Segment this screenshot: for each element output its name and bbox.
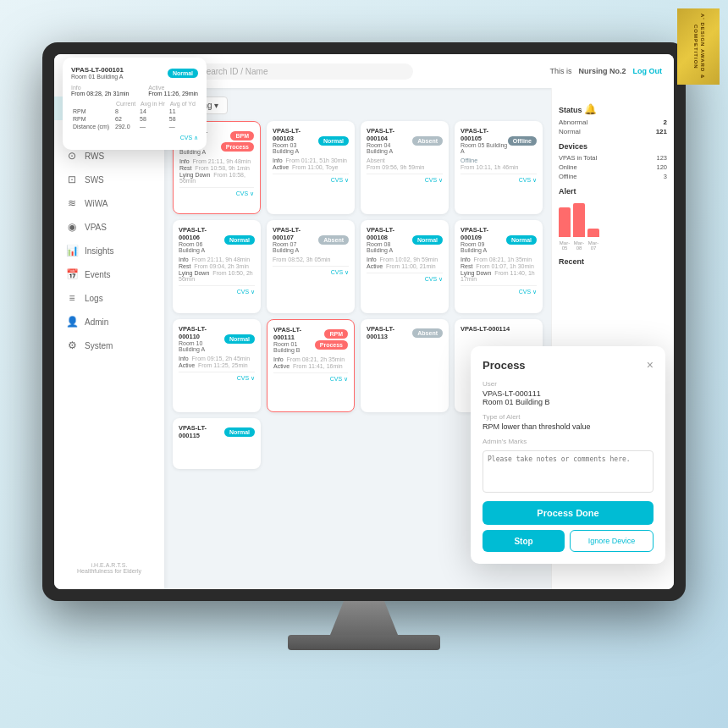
chart-label-mar05: Mar-05 [559, 240, 571, 251]
sidebar-label-logs: Logs [85, 294, 103, 303]
floating-cvs-btn[interactable]: CVS ∧ [180, 135, 198, 141]
sidebar-item-insights[interactable]: 📊 Insights [54, 239, 164, 262]
room-id-106: VPAS-LT-000106 [179, 226, 224, 241]
system-icon: ⚙ [66, 339, 78, 351]
modal-admin-marks-field: Admin's Marks [483, 438, 654, 494]
active-108: Active From 11:00, 21min [367, 263, 443, 269]
admin-marks-textarea[interactable] [483, 450, 654, 493]
sidebar-item-events[interactable]: 📅 Events [54, 262, 164, 286]
award-badge: A' DESIGN AWARD & COMPETITION [677, 8, 720, 85]
cvs-btn-109[interactable]: CVS ∨ [519, 289, 537, 295]
sidebar-label-wiwa: WiWA [85, 199, 108, 208]
table-col-avg-yd: Avg of Yd [168, 100, 198, 108]
insights-icon: 📊 [66, 245, 78, 256]
sidebar-item-sws[interactable]: ⊡ SWS [54, 168, 164, 191]
cvs-btn-107[interactable]: CVS ∨ [331, 269, 349, 276]
room-card-107: VPAS-LT-000107 Room 07 Building A Absent… [267, 220, 355, 313]
info-time-107: From 08:52, 3h 05min [273, 256, 349, 262]
sws-icon: ⊡ [66, 174, 78, 185]
modal-user-id: VPAS-LT-000111 [483, 389, 654, 398]
metric-rpm1: RPM [71, 108, 113, 115]
ignore-device-button[interactable]: Ignore Device [570, 530, 654, 552]
alert-section-title: Alert [559, 187, 667, 196]
room-id-108: VPAS-LT-000108 [367, 226, 412, 241]
cvs-btn-102[interactable]: CVS ∨ [236, 190, 254, 197]
badge-normal-106: Normal [224, 235, 255, 245]
abnormal-label: Abnormal [559, 119, 587, 126]
sidebar-item-system[interactable]: ⚙ System [54, 334, 164, 357]
room-name-106: Room 06 Building A [179, 241, 224, 253]
filter-row: Building ▾ [173, 97, 543, 114]
sidebar-footer: i.H.E.A.R.T.S. Healthfulness for Elderly [70, 555, 148, 581]
cvs-btn-106[interactable]: CVS ∨ [237, 289, 255, 295]
badge-normal-115: Normal [224, 427, 255, 437]
floating-card-room: Room 01 Building A [71, 74, 124, 80]
table-col-current: Current [113, 100, 138, 108]
sidebar-item-wiwa[interactable]: ≋ WiWA [54, 191, 164, 215]
room-id-110: VPAS-LT-000110 [179, 325, 224, 340]
sidebar-item-logs[interactable]: ≡ Logs [54, 286, 164, 310]
wiwa-icon: ≋ [66, 197, 78, 209]
logs-icon: ≡ [66, 292, 78, 304]
floating-info-label: Info [71, 85, 129, 91]
lying-109: Lying Down From 11:40, 1h 17min [461, 270, 537, 282]
offline-label-105: Offline [461, 157, 537, 163]
info-110: Info From 09:15, 2h 45min [179, 356, 255, 361]
room-id-104: VPAS-LT-000104 [367, 127, 412, 142]
stop-button[interactable]: Stop [483, 530, 565, 552]
avght-dist: — [138, 123, 168, 130]
room-name-104: Room 04 Building A [367, 142, 412, 154]
modal-alert-type-field: Type of Alert RPM lower than threshold v… [483, 413, 654, 431]
process-done-button[interactable]: Process Done [483, 501, 654, 525]
logout-button[interactable]: Log Out [633, 67, 663, 75]
alert-chart [559, 199, 667, 237]
sidebar-item-vpas[interactable]: ◉ VPAS [54, 215, 164, 239]
info-103: Info From 01:21, 51h 30min [273, 157, 349, 163]
room-name-103: Room 03 Building A [273, 142, 318, 154]
lying-102: Lying Down From 10:58, 56min [179, 172, 254, 184]
sidebar-footer-line2: Healthfulness for Elderly [77, 568, 141, 574]
chart-bar-mar05 [559, 207, 571, 237]
rws-icon: ⊙ [66, 150, 78, 162]
room-card-115: VPAS-LT-000115 Normal [173, 418, 261, 469]
avgyd-rpm2: 58 [168, 115, 198, 123]
modal-user-label: User [483, 380, 654, 388]
info-time-104: From 09:56, 9h 59min [367, 164, 443, 170]
cvs-btn-105[interactable]: CVS ∨ [519, 177, 537, 184]
devices-section-title: Devices [559, 142, 667, 151]
metric-rpm2: RPM [71, 115, 113, 123]
info-102: Info From 21:11, 9h 48min [179, 158, 254, 164]
room-name-109: Room 09 Building A [461, 241, 506, 253]
floating-active-label: Active [148, 85, 198, 91]
topbar: 🔍 Search ID / Name This is Nursing No.2 … [164, 54, 674, 88]
chart-bar-mar08 [573, 203, 585, 237]
room-id-113: VPAS-LT-000113 [367, 325, 412, 340]
vpas-total-label: VPAS in Total [559, 154, 597, 162]
modal-user-room: Room 01 Building B [483, 398, 654, 406]
modal-alert-type-label: Type of Alert [483, 413, 654, 421]
avgyd-rpm1: 11 [168, 108, 198, 115]
chart-bar-mar07 [587, 229, 599, 237]
sidebar-item-admin[interactable]: 👤 Admin [54, 310, 164, 334]
active-111: Active From 11:41, 16min [273, 363, 348, 369]
sidebar-label-system: System [85, 341, 113, 350]
cvs-btn-103[interactable]: CVS ∨ [331, 177, 349, 184]
modal-alert-type-value: RPM lower than threshold value [483, 422, 654, 431]
modal-header: Process × [483, 358, 654, 372]
cvs-btn-111[interactable]: CVS ∨ [330, 376, 348, 383]
info-109: Info From 08:21, 1h 35min [461, 256, 537, 262]
search-bar[interactable]: 🔍 Search ID / Name [176, 63, 413, 80]
avgyd-dist: — [168, 123, 198, 130]
badge-normal-103: Normal [318, 136, 349, 146]
modal-close-button[interactable]: × [647, 358, 654, 372]
online-value: 120 [656, 163, 667, 171]
offline-label: Offline [559, 173, 577, 180]
sidebar-label-insights: Insights [85, 246, 113, 256]
abnormal-value: 2 [664, 119, 667, 126]
cvs-btn-108[interactable]: CVS ∨ [425, 276, 443, 283]
admin-icon: 👤 [66, 316, 78, 328]
cvs-btn-110[interactable]: CVS ∨ [237, 375, 255, 382]
cvs-btn-104[interactable]: CVS ∨ [425, 177, 443, 184]
current-dist: 292.0 [113, 123, 138, 130]
sidebar-footer-line1: i.H.E.A.R.T.S. [77, 562, 141, 568]
